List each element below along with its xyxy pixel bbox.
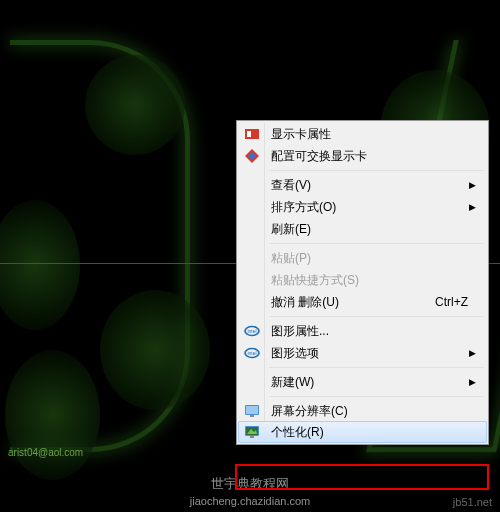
menu-label: 撤消 删除(U): [271, 294, 339, 311]
menu-item-personalize[interactable]: 个性化(R): [238, 421, 487, 443]
svg-rect-9: [246, 406, 258, 414]
intel-icon: intel: [244, 345, 260, 361]
submenu-arrow-icon: ▶: [469, 202, 476, 212]
menu-item-paste-shortcut: 粘贴快捷方式(S): [239, 269, 486, 291]
menu-label: 刷新(E): [271, 221, 311, 238]
switchable-gpu-icon: [244, 148, 260, 164]
menu-label: 排序方式(O): [271, 199, 336, 216]
menu-item-undo-delete[interactable]: 撤消 删除(U) Ctrl+Z: [239, 291, 486, 313]
menu-separator: [269, 396, 484, 397]
menu-separator: [269, 170, 484, 171]
submenu-arrow-icon: ▶: [469, 348, 476, 358]
menu-label: 粘贴快捷方式(S): [271, 272, 359, 289]
svg-rect-10: [250, 415, 254, 417]
menu-label: 显示卡属性: [271, 126, 331, 143]
menu-shortcut: Ctrl+Z: [435, 295, 468, 309]
submenu-arrow-icon: ▶: [469, 377, 476, 387]
svg-text:intel: intel: [247, 350, 256, 356]
wallpaper-credit: arist04@aol.com: [8, 447, 83, 458]
menu-label: 查看(V): [271, 177, 311, 194]
menu-label: 粘贴(P): [271, 250, 311, 267]
svg-rect-14: [250, 436, 254, 438]
watermark-right: jb51.net: [453, 496, 492, 508]
menu-item-graphics-options[interactable]: intel 图形选项 ▶: [239, 342, 486, 364]
menu-label: 屏幕分辨率(C): [271, 403, 348, 420]
menu-label: 配置可交换显示卡: [271, 148, 367, 165]
menu-label: 新建(W): [271, 374, 314, 391]
intel-icon: intel: [244, 323, 260, 339]
watermark-text: 世宇典教程网 jiaocheng.chazidian.com: [0, 475, 500, 508]
menu-item-new[interactable]: 新建(W) ▶: [239, 371, 486, 393]
menu-item-view[interactable]: 查看(V) ▶: [239, 174, 486, 196]
svg-rect-1: [247, 131, 251, 137]
menu-label: 图形选项: [271, 345, 319, 362]
menu-item-sort-by[interactable]: 排序方式(O) ▶: [239, 196, 486, 218]
menu-item-configure-switchable-graphics[interactable]: 配置可交换显示卡: [239, 145, 486, 167]
menu-separator: [269, 316, 484, 317]
submenu-arrow-icon: ▶: [469, 180, 476, 190]
menu-item-refresh[interactable]: 刷新(E): [239, 218, 486, 240]
screen-resolution-icon: [244, 403, 260, 419]
menu-label: 图形属性...: [271, 323, 329, 340]
menu-item-screen-resolution[interactable]: 屏幕分辨率(C): [239, 400, 486, 422]
menu-separator: [269, 243, 484, 244]
menu-item-paste: 粘贴(P): [239, 247, 486, 269]
menu-item-graphics-properties[interactable]: intel 图形属性...: [239, 320, 486, 342]
ati-icon: [244, 126, 260, 142]
menu-separator: [269, 367, 484, 368]
desktop-context-menu: 显示卡属性 配置可交换显示卡 查看(V) ▶ 排序方式(O) ▶ 刷新(E) 粘…: [236, 120, 489, 445]
menu-item-display-card-properties[interactable]: 显示卡属性: [239, 123, 486, 145]
menu-label: 个性化(R): [271, 424, 324, 441]
personalize-icon: [244, 424, 260, 440]
svg-text:intel: intel: [247, 328, 256, 334]
